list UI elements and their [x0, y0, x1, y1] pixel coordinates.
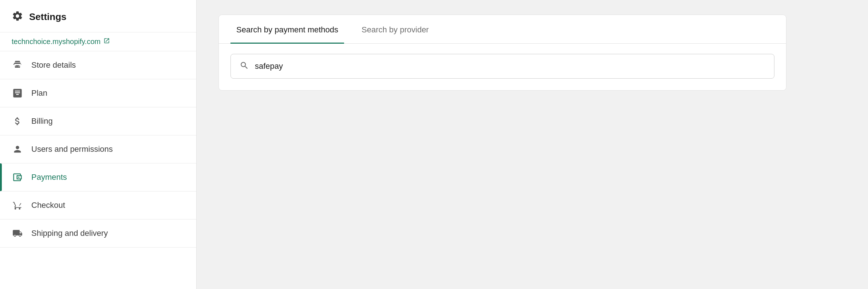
external-link-icon	[103, 37, 110, 46]
search-input[interactable]	[255, 62, 765, 71]
svg-point-0	[18, 177, 20, 178]
billing-icon	[12, 115, 23, 127]
shipping-icon	[12, 227, 23, 239]
store-link-text: technchoice.myshopify.com	[12, 37, 100, 46]
sidebar-item-billing[interactable]: Billing	[0, 107, 196, 135]
tab-label-payment-methods: Search by payment methods	[236, 25, 338, 34]
store-link-row: technchoice.myshopify.com	[0, 32, 196, 51]
sidebar-item-shipping-and-delivery[interactable]: Shipping and delivery	[0, 219, 196, 248]
search-input-wrapper	[230, 54, 774, 79]
search-section	[219, 44, 786, 90]
sidebar-item-label-users: Users and permissions	[31, 144, 113, 154]
plan-icon	[12, 87, 23, 99]
store-link[interactable]: technchoice.myshopify.com	[12, 37, 185, 46]
sidebar-item-plan[interactable]: Plan	[0, 79, 196, 107]
sidebar-item-label-store-details: Store details	[31, 60, 76, 70]
tabs-row: Search by payment methods Search by prov…	[219, 15, 786, 44]
users-icon	[12, 143, 23, 155]
settings-title: Settings	[29, 11, 67, 23]
checkout-icon	[12, 199, 23, 211]
gear-icon	[12, 10, 23, 23]
sidebar-item-label-payments: Payments	[31, 173, 67, 182]
sidebar-item-label-shipping: Shipping and delivery	[31, 229, 108, 238]
tab-label-provider: Search by provider	[362, 25, 429, 34]
nav-items: Store details Plan Billing	[0, 51, 196, 248]
tab-provider[interactable]: Search by provider	[356, 15, 435, 44]
store-icon	[12, 59, 23, 71]
search-card: Search by payment methods Search by prov…	[218, 15, 786, 91]
sidebar-header: Settings	[0, 0, 196, 32]
sidebar-item-label-billing: Billing	[31, 116, 53, 126]
sidebar-item-label-plan: Plan	[31, 88, 47, 98]
sidebar: Settings technchoice.myshopify.com Store…	[0, 0, 197, 289]
payments-icon	[12, 171, 23, 183]
sidebar-item-label-checkout: Checkout	[31, 201, 65, 210]
sidebar-item-checkout[interactable]: Checkout	[0, 191, 196, 219]
sidebar-item-payments[interactable]: Payments	[0, 163, 196, 191]
main-content: Search by payment methods Search by prov…	[197, 0, 868, 289]
tab-payment-methods[interactable]: Search by payment methods	[230, 15, 344, 44]
search-icon	[240, 61, 249, 72]
sidebar-item-users-and-permissions[interactable]: Users and permissions	[0, 135, 196, 163]
sidebar-item-store-details[interactable]: Store details	[0, 51, 196, 79]
